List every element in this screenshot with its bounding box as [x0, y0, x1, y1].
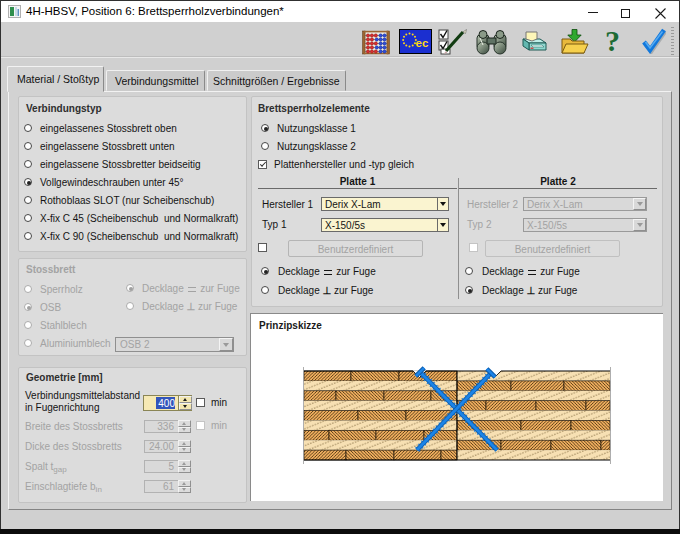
svg-text:?: ?	[605, 26, 620, 56]
svg-text:ec: ec	[416, 37, 429, 49]
